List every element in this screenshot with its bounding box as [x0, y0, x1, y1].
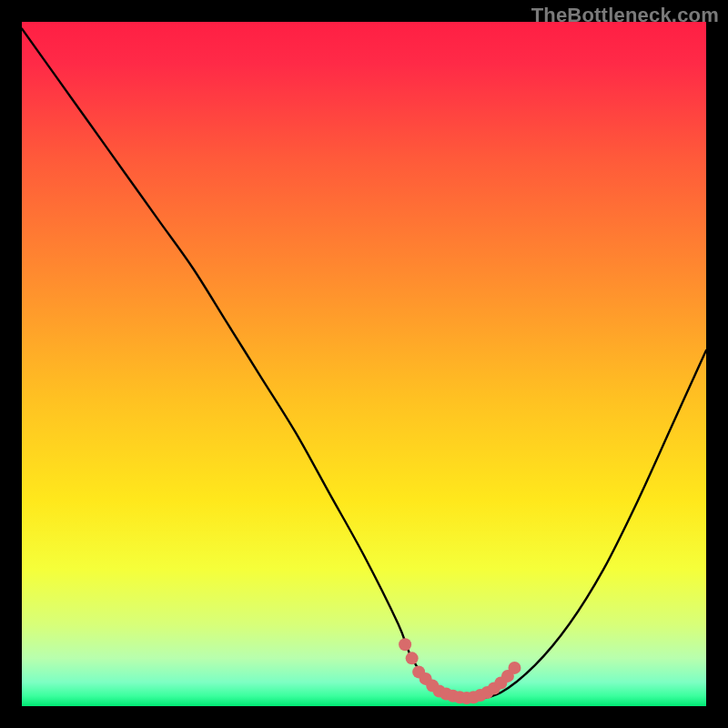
chart-frame — [22, 22, 706, 706]
chart-svg — [22, 22, 706, 706]
optimal-marker — [406, 652, 419, 664]
optimal-marker — [508, 662, 521, 674]
watermark-text: TheBottleneck.com — [531, 4, 719, 27]
optimal-marker — [399, 638, 411, 651]
gradient-background — [22, 22, 706, 706]
